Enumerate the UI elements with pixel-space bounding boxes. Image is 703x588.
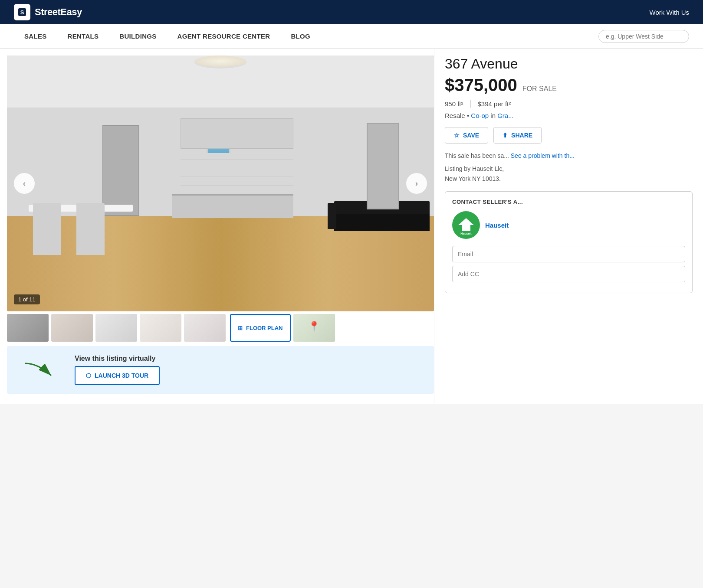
save-share-row: ☆ SAVE ⬆ SHARE bbox=[445, 127, 693, 144]
hauseit-logo-svg: Hauseit bbox=[454, 213, 478, 237]
launch-3d-label: LAUNCH 3D TOUR bbox=[95, 372, 148, 379]
share-button[interactable]: ⬆ SHARE bbox=[493, 127, 542, 144]
work-with-us-link[interactable]: Work With Us bbox=[650, 9, 689, 16]
resale-label: Resale bbox=[445, 112, 465, 119]
property-address: 367 Avenue bbox=[445, 56, 693, 72]
nav-blog[interactable]: BLOG bbox=[280, 24, 321, 49]
share-icon: ⬆ bbox=[503, 132, 508, 139]
contact-box: CONTACT SELLER'S A... Hauseit Hauseit bbox=[445, 191, 693, 293]
thumbnail-3[interactable] bbox=[95, 314, 137, 342]
launch-3d-button[interactable]: ⬡ LAUNCH 3D TOUR bbox=[75, 366, 160, 385]
thumbnail-1[interactable] bbox=[7, 314, 49, 342]
image-counter: 1 of 11 bbox=[14, 294, 40, 304]
floor-plan-button[interactable]: ⊞ FLOOR PLAN bbox=[230, 314, 291, 342]
floor-plan-label: FLOOR PLAN bbox=[246, 325, 283, 331]
backsplash bbox=[181, 153, 293, 194]
nav-sales[interactable]: SALES bbox=[14, 24, 57, 49]
nav-agent-resource-center[interactable]: AGENT RESOURCE CENTER bbox=[167, 24, 281, 49]
search-input[interactable] bbox=[598, 30, 689, 43]
listing-right: 367 Avenue $375,000 FOR SALE 950 ft² $39… bbox=[434, 49, 703, 404]
contact-header: CONTACT SELLER'S A... bbox=[452, 199, 685, 205]
star-icon: ☆ bbox=[454, 132, 460, 139]
door-decor bbox=[102, 125, 139, 216]
sofa-seat bbox=[334, 214, 430, 231]
main-image: 1 of 11 ‹ › bbox=[7, 56, 434, 311]
main-content: 1 of 11 ‹ › ⊞ FLOOR PLAN bbox=[0, 49, 703, 404]
addcc-field[interactable] bbox=[452, 266, 685, 282]
chair-2 bbox=[76, 203, 105, 255]
next-image-button[interactable]: › bbox=[406, 173, 427, 194]
share-label: SHARE bbox=[511, 132, 532, 139]
save-label: SAVE bbox=[463, 132, 479, 139]
svg-text:S: S bbox=[20, 9, 24, 16]
right-arrow-icon: › bbox=[415, 179, 418, 188]
details-row: 950 ft² $394 per ft² bbox=[445, 100, 693, 108]
email-field[interactable] bbox=[452, 246, 685, 262]
nav-rentals[interactable]: RENTALS bbox=[57, 24, 109, 49]
agent-name[interactable]: Hauseit bbox=[485, 222, 685, 229]
floor-plan-icon: ⊞ bbox=[238, 325, 243, 331]
gallery-container: 1 of 11 ‹ › ⊞ FLOOR PLAN bbox=[7, 56, 434, 342]
price-per-sqft: $394 per ft² bbox=[478, 100, 518, 108]
counter-decor bbox=[172, 194, 293, 218]
agent-info: Hauseit bbox=[485, 222, 685, 229]
price-row: $375,000 FOR SALE bbox=[445, 75, 693, 95]
logo-area[interactable]: S StreetEasy bbox=[14, 4, 82, 20]
nav-bar: SALES RENTALS BUILDINGS AGENT RESOURCE C… bbox=[0, 24, 703, 49]
property-price: $375,000 bbox=[445, 75, 517, 95]
sofa-arm bbox=[328, 203, 336, 229]
upper-cabinet bbox=[181, 118, 293, 149]
prev-image-button[interactable]: ‹ bbox=[14, 173, 35, 194]
svg-text:Hauseit: Hauseit bbox=[460, 232, 472, 235]
green-arrow-container bbox=[21, 359, 64, 381]
kitchen-scene bbox=[7, 56, 434, 311]
door-right bbox=[367, 123, 399, 209]
left-arrow-icon: ‹ bbox=[23, 179, 26, 188]
cube-3d-icon: ⬡ bbox=[86, 372, 91, 379]
thumbnail-5[interactable] bbox=[184, 314, 226, 342]
tour-info: View this listing virtually ⬡ LAUNCH 3D … bbox=[75, 355, 160, 385]
light-fixture bbox=[194, 56, 246, 69]
map-thumbnail[interactable]: 📍 bbox=[293, 314, 335, 342]
virtual-tour-text: View this listing virtually bbox=[75, 355, 160, 363]
price-label: FOR SALE bbox=[522, 85, 557, 93]
type-row: Resale • Co-op in Gra... bbox=[445, 112, 693, 119]
co-op-link[interactable]: Co-op bbox=[471, 112, 489, 119]
agent-row: Hauseit Hauseit bbox=[452, 211, 685, 239]
neighborhood-link[interactable]: Gra... bbox=[497, 112, 514, 119]
thumbnails-row: ⊞ FLOOR PLAN 📍 bbox=[7, 314, 434, 342]
chair-1 bbox=[33, 203, 61, 255]
green-arrow-svg bbox=[21, 359, 64, 381]
sale-notice: This sale has been sa... See a problem w… bbox=[445, 151, 693, 160]
map-pin-icon: 📍 bbox=[308, 321, 320, 332]
agent-logo: Hauseit bbox=[452, 211, 480, 239]
top-bar: S StreetEasy Work With Us bbox=[0, 0, 703, 24]
virtual-tour-banner: View this listing virtually ⬡ LAUNCH 3D … bbox=[7, 346, 434, 394]
logo-text: StreetEasy bbox=[35, 7, 82, 18]
nav-buildings[interactable]: BUILDINGS bbox=[109, 24, 167, 49]
logo-icon: S bbox=[14, 4, 30, 20]
sqft: 950 ft² bbox=[445, 100, 471, 108]
thumbnail-4[interactable] bbox=[140, 314, 181, 342]
save-button[interactable]: ☆ SAVE bbox=[445, 127, 488, 144]
problem-link[interactable]: See a problem with th... bbox=[511, 152, 575, 159]
listing-by: Listing by Hauseit Llc, Listing by Hause… bbox=[445, 164, 693, 183]
thumbnail-2[interactable] bbox=[51, 314, 93, 342]
listing-left: 1 of 11 ‹ › ⊞ FLOOR PLAN bbox=[0, 49, 434, 404]
